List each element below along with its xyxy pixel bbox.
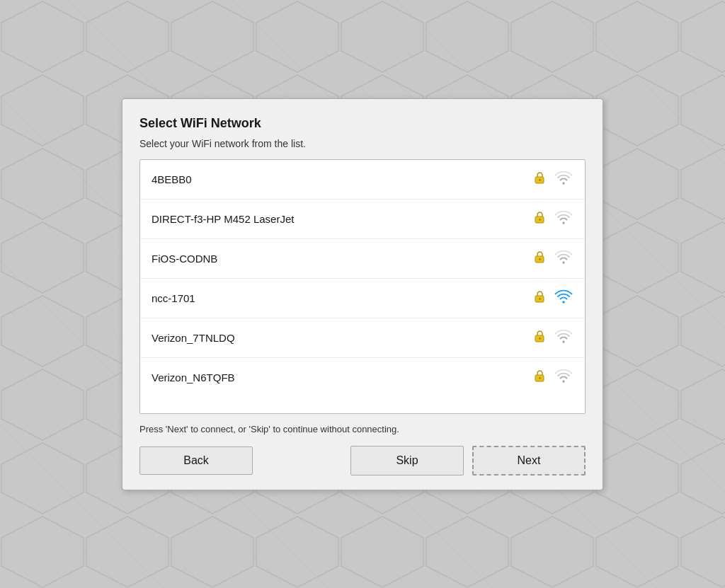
lock-icon bbox=[531, 289, 548, 308]
network-icons bbox=[531, 368, 573, 387]
svg-point-2 bbox=[562, 182, 565, 185]
lock-icon bbox=[531, 170, 548, 189]
svg-rect-10 bbox=[539, 298, 541, 300]
network-name: Verizon_N6TQFB bbox=[152, 371, 531, 384]
lock-icon bbox=[531, 368, 548, 387]
button-row: Back Skip Next bbox=[139, 446, 586, 475]
wifi-signal-icon bbox=[554, 210, 573, 227]
network-name: FiOS-CODNB bbox=[152, 253, 531, 265]
svg-point-14 bbox=[562, 340, 565, 343]
select-wifi-dialog: Select WiFi Network Select your WiFi net… bbox=[122, 98, 603, 490]
network-icons bbox=[531, 328, 573, 347]
wifi-signal-icon bbox=[554, 171, 573, 188]
network-list: 4BEBB0 DIRECT-f3-HP M452 LaserJet FiOS-C… bbox=[139, 159, 586, 414]
right-buttons: Skip Next bbox=[350, 446, 586, 475]
lock-icon bbox=[531, 209, 548, 229]
wifi-signal-icon bbox=[554, 289, 573, 306]
svg-rect-16 bbox=[539, 377, 541, 379]
network-item[interactable]: ncc-1701 bbox=[140, 279, 585, 318]
network-item[interactable]: Verizon_7TNLDQ bbox=[140, 318, 585, 358]
network-name: 4BEBB0 bbox=[152, 173, 531, 185]
next-button[interactable]: Next bbox=[472, 446, 586, 475]
svg-point-17 bbox=[562, 380, 565, 383]
svg-point-5 bbox=[562, 221, 565, 224]
network-name: DIRECT-f3-HP M452 LaserJet bbox=[152, 213, 531, 225]
svg-rect-1 bbox=[539, 179, 541, 181]
lock-icon bbox=[531, 249, 548, 268]
svg-point-8 bbox=[562, 261, 565, 264]
network-name: ncc-1701 bbox=[152, 292, 531, 304]
svg-point-11 bbox=[562, 301, 565, 304]
network-icons bbox=[531, 170, 573, 189]
svg-rect-7 bbox=[539, 258, 541, 260]
svg-rect-4 bbox=[539, 219, 541, 221]
network-item[interactable]: 4BEBB0 bbox=[140, 160, 585, 200]
network-item[interactable]: Verizon_N6TQFB bbox=[140, 358, 585, 397]
back-button[interactable]: Back bbox=[139, 446, 253, 475]
network-icons bbox=[531, 289, 573, 308]
network-name: Verizon_7TNLDQ bbox=[152, 332, 531, 344]
wifi-signal-icon bbox=[554, 369, 573, 386]
dialog-title: Select WiFi Network bbox=[139, 116, 586, 131]
dialog-subtitle: Select your WiFi network from the list. bbox=[139, 138, 586, 149]
svg-rect-13 bbox=[539, 338, 541, 340]
network-item[interactable]: DIRECT-f3-HP M452 LaserJet bbox=[140, 200, 585, 239]
network-icons bbox=[531, 209, 573, 229]
skip-button[interactable]: Skip bbox=[350, 446, 464, 475]
network-item[interactable]: FiOS-CODNB bbox=[140, 239, 585, 279]
network-icons bbox=[531, 249, 573, 268]
lock-icon bbox=[531, 328, 548, 347]
wifi-signal-icon bbox=[554, 329, 573, 346]
wifi-signal-icon bbox=[554, 250, 573, 267]
footer-text: Press 'Next' to connect, or 'Skip' to co… bbox=[139, 424, 586, 434]
